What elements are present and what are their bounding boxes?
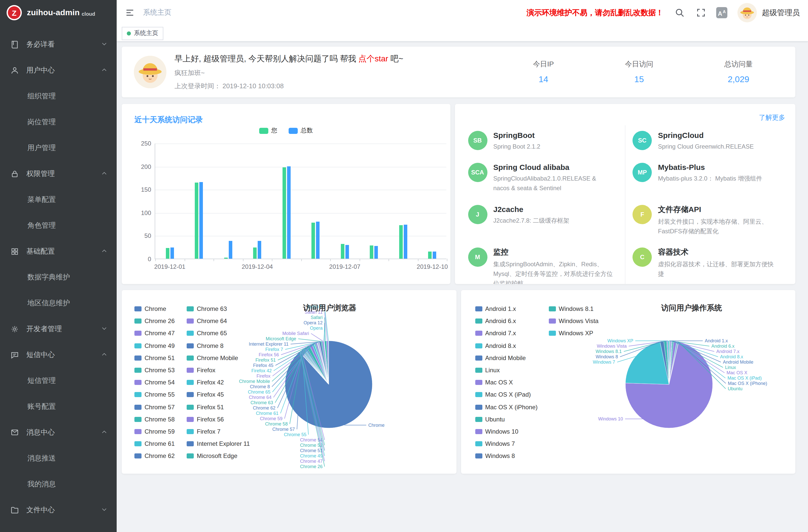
legend-item-Windows-8[interactable]: Windows 8 bbox=[475, 453, 515, 460]
fullscreen-icon[interactable] bbox=[696, 7, 706, 18]
legend-item-Chrome-62[interactable]: Chrome 62 bbox=[134, 453, 175, 460]
bar-您-8[interactable] bbox=[399, 225, 403, 259]
legend-item-Microsoft-Edge[interactable]: Microsoft Edge bbox=[187, 453, 237, 460]
bar-总数-0[interactable] bbox=[170, 247, 174, 259]
legend-item-Windows-XP[interactable]: Windows XP bbox=[549, 330, 593, 337]
legend-item-Chrome-59[interactable]: Chrome 59 bbox=[134, 428, 175, 435]
bar-您-4[interactable] bbox=[282, 168, 286, 259]
hamburger-icon[interactable] bbox=[125, 7, 135, 18]
legend-item-Android-7-x[interactable]: Android 7.x bbox=[475, 330, 516, 337]
legend-item-Chrome-54[interactable]: Chrome 54 bbox=[134, 379, 175, 386]
legend-item-Chrome-51[interactable]: Chrome 51 bbox=[134, 354, 175, 362]
sidebar-item-7[interactable]: 文件中心 bbox=[0, 497, 117, 523]
legend-item-Android-Mobile[interactable]: Android Mobile bbox=[475, 354, 526, 362]
legend-item-Chrome-63[interactable]: Chrome 63 bbox=[187, 305, 227, 312]
legend-item-Windows-10[interactable]: Windows 10 bbox=[475, 428, 518, 435]
legend-item-总数[interactable]: 总数 bbox=[289, 126, 313, 135]
x-axis-tick bbox=[184, 259, 185, 261]
legend-item-Chrome-53[interactable]: Chrome 53 bbox=[134, 367, 175, 374]
star-link[interactable]: 点个star bbox=[359, 54, 388, 62]
sidebar-subitem-5-0[interactable]: 短信管理 bbox=[0, 368, 117, 393]
sidebar-subitem-1-1[interactable]: 岗位管理 bbox=[0, 109, 117, 135]
sidebar-subitem-2-0[interactable]: 菜单配置 bbox=[0, 187, 117, 213]
bar-总数-8[interactable] bbox=[404, 225, 407, 259]
legend-item-Android-6-x[interactable]: Android 6.x bbox=[475, 317, 516, 325]
font-size-icon[interactable]: AA bbox=[716, 7, 727, 18]
sidebar-item-4[interactable]: 开发者管理 bbox=[0, 316, 117, 342]
bar-总数-6[interactable] bbox=[345, 245, 349, 259]
legend-item-Android-1-x[interactable]: Android 1.x bbox=[475, 305, 516, 312]
legend-item-Mac-OS-X-iPhone-[interactable]: Mac OS X (iPhone) bbox=[475, 403, 538, 410]
bar-总数-7[interactable] bbox=[374, 246, 378, 259]
legend-item-Chrome[interactable]: Chrome bbox=[134, 305, 166, 312]
sidebar-item-5[interactable]: 短信中心 bbox=[0, 342, 117, 368]
sidebar-subitem-3-0[interactable]: 数据字典维护 bbox=[0, 264, 117, 290]
legend-item-Chrome-57[interactable]: Chrome 57 bbox=[134, 403, 175, 410]
legend-item-Android-8-x[interactable]: Android 8.x bbox=[475, 342, 516, 349]
sidebar-item-0[interactable]: 务必详看 bbox=[0, 32, 117, 57]
bar-您-9[interactable] bbox=[428, 252, 432, 259]
stat-value[interactable]: 15 bbox=[625, 74, 653, 85]
sidebar-subitem-3-1[interactable]: 地区信息维护 bbox=[0, 290, 117, 316]
sidebar-subitem-6-1[interactable]: 我的消息 bbox=[0, 471, 117, 497]
pie-slice-label: Chrome 47 bbox=[300, 459, 323, 464]
legend-item-Chrome-55[interactable]: Chrome 55 bbox=[134, 391, 175, 398]
bar-您-5[interactable] bbox=[312, 223, 315, 259]
sidebar-subitem-1-0[interactable]: 组织管理 bbox=[0, 83, 117, 109]
sidebar-subitem-2-1[interactable]: 角色管理 bbox=[0, 213, 117, 238]
legend-item-Chrome-8[interactable]: Chrome 8 bbox=[187, 342, 223, 349]
bar-总数-4[interactable] bbox=[287, 166, 291, 259]
bar-总数-9[interactable] bbox=[433, 252, 437, 259]
avatar[interactable] bbox=[737, 3, 757, 22]
legend-item-Chrome-26[interactable]: Chrome 26 bbox=[134, 317, 175, 325]
bar-您-6[interactable] bbox=[341, 244, 344, 259]
legend-item-Chrome-64[interactable]: Chrome 64 bbox=[187, 317, 227, 325]
legend-item-Linux[interactable]: Linux bbox=[475, 367, 500, 374]
legend-item-Firefox-45[interactable]: Firefox 45 bbox=[187, 391, 224, 398]
stat-value[interactable]: 2,029 bbox=[724, 74, 753, 85]
legend-item-Firefox-42[interactable]: Firefox 42 bbox=[187, 379, 224, 386]
legend-item-Firefox-7[interactable]: Firefox 7 bbox=[187, 428, 220, 435]
sidebar-item-2[interactable]: 权限管理 bbox=[0, 161, 117, 187]
legend-item-Chrome-65[interactable]: Chrome 65 bbox=[187, 330, 227, 337]
bar-您-3[interactable] bbox=[253, 247, 257, 259]
bar-总数-1[interactable] bbox=[200, 182, 203, 259]
legend-item-Windows-7[interactable]: Windows 7 bbox=[475, 440, 515, 447]
chevron-up-icon bbox=[101, 66, 108, 74]
sidebar-subitem-5-1[interactable]: 账号配置 bbox=[0, 393, 117, 419]
bar-您-0[interactable] bbox=[166, 248, 169, 259]
legend-item-Windows-Vista[interactable]: Windows Vista bbox=[549, 317, 599, 325]
legend-item-Chrome-61[interactable]: Chrome 61 bbox=[134, 440, 175, 447]
legend-item-Windows-8-1[interactable]: Windows 8.1 bbox=[549, 305, 593, 312]
legend-item-Chrome-58[interactable]: Chrome 58 bbox=[134, 416, 175, 423]
legend-item-Firefox-56[interactable]: Firefox 56 bbox=[187, 416, 224, 423]
tab-0[interactable]: 系统主页 bbox=[122, 26, 163, 40]
legend-item-Chrome-49[interactable]: Chrome 49 bbox=[134, 342, 175, 349]
legend-item-Firefox[interactable]: Firefox bbox=[187, 367, 215, 374]
legend-item-Ubuntu[interactable]: Ubuntu bbox=[475, 416, 505, 423]
legend-item-Internet-Explorer-11[interactable]: Internet Explorer 11 bbox=[187, 440, 250, 447]
bar-总数-2[interactable] bbox=[229, 241, 232, 259]
search-icon[interactable] bbox=[675, 7, 685, 18]
sidebar-subitem-6-0[interactable]: 消息推送 bbox=[0, 445, 117, 471]
bar-您-7[interactable] bbox=[370, 246, 373, 259]
legend-item-Chrome-47[interactable]: Chrome 47 bbox=[134, 330, 175, 337]
bar-您-2[interactable] bbox=[224, 258, 228, 259]
learn-more-link[interactable]: 了解更多 bbox=[759, 113, 785, 122]
bar-总数-3[interactable] bbox=[258, 241, 261, 259]
legend-item-Firefox-51[interactable]: Firefox 51 bbox=[187, 403, 224, 410]
username[interactable]: 超级管理员 bbox=[762, 8, 800, 18]
legend-item-Chrome-Mobile[interactable]: Chrome Mobile bbox=[187, 354, 238, 362]
legend-item-Mac-OS-X[interactable]: Mac OS X bbox=[475, 379, 513, 386]
legend-item-您[interactable]: 您 bbox=[259, 126, 277, 135]
sidebar-subitem-1-2[interactable]: 用户管理 bbox=[0, 135, 117, 161]
bar-您-1[interactable] bbox=[195, 182, 199, 259]
sidebar-item-1[interactable]: 用户中心 bbox=[0, 57, 117, 83]
stat-value[interactable]: 14 bbox=[533, 74, 554, 85]
logo[interactable]: Z zuihou-admin cloud bbox=[0, 0, 117, 25]
sidebar-item-6[interactable]: 消息中心 bbox=[0, 419, 117, 445]
legend-item-Mac-OS-X-iPad-[interactable]: Mac OS X (iPad) bbox=[475, 391, 531, 398]
sidebar-item-3[interactable]: 基础配置 bbox=[0, 238, 117, 264]
bar-总数-5[interactable] bbox=[316, 222, 320, 259]
breadcrumb[interactable]: 系统主页 bbox=[143, 8, 171, 17]
